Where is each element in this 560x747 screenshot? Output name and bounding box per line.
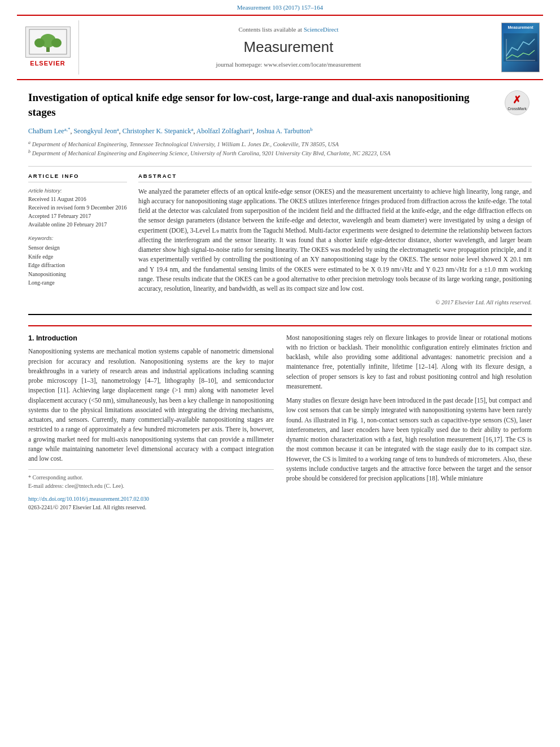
article-info-panel: ARTICLE INFO Article history: Received 1… — [28, 172, 127, 307]
body-para-2: Most nanopositioning stages rely on flex… — [286, 333, 532, 392]
body-col-2: Most nanopositioning stages rely on flex… — [286, 333, 532, 512]
body-section: 1. Introduction Nanopositioning systems … — [28, 325, 532, 512]
elsevier-logo-image — [25, 27, 71, 58]
corresponding-note: * Corresponding author. — [28, 473, 274, 482]
journal-homepage: journal homepage: www.elsevier.com/locat… — [85, 60, 492, 69]
doi-url[interactable]: http://dx.doi.org/10.1016/j.measurement.… — [28, 495, 274, 503]
history-item-3: Accepted 17 February 2017 — [28, 212, 127, 220]
affiliation-1: a Department of Mechanical Engineering, … — [28, 140, 532, 149]
body-para-3: Many studies on flexure design have been… — [286, 396, 532, 483]
affiliation-2: b Department of Mechanical Engineering a… — [28, 149, 532, 158]
thick-divider — [28, 314, 532, 315]
cover-title-text: Measurement — [508, 25, 533, 30]
history-item-1: Received 11 August 2016 — [28, 195, 127, 203]
copyright-line: © 2017 Elsevier Ltd. All rights reserved… — [138, 298, 532, 307]
science-direct-link[interactable]: ScienceDirect — [304, 26, 339, 33]
keyword-3: Edge diffraction — [28, 261, 127, 270]
keywords-label: Keywords: — [28, 234, 127, 242]
journal-header: ELSEVIER Contents lists available at Sci… — [17, 15, 543, 80]
paper-title: Investigation of optical knife edge sens… — [28, 90, 532, 119]
body-columns: 1. Introduction Nanopositioning systems … — [28, 333, 532, 512]
keyword-1: Sensor design — [28, 244, 127, 252]
science-direct-line: Contents lists available at ScienceDirec… — [85, 25, 492, 34]
abstract-heading: ABSTRACT — [138, 172, 532, 182]
author-5: Joshua A. Tarbutton — [256, 127, 310, 135]
abstract-text: We analyzed the parameter effects of an … — [138, 187, 532, 294]
page-wrapper: Measurement 103 (2017) 157–164 E — [0, 0, 560, 523]
svg-point-4 — [51, 38, 62, 47]
crossmark-label: CrossMark — [508, 107, 527, 111]
author-3: Christopher K. Stepanick — [123, 127, 191, 135]
history-item-4: Available online 20 February 2017 — [28, 221, 127, 229]
history-label: Article history: — [28, 187, 127, 195]
issn-line: 0263-2241/© 2017 Elsevier Ltd. All right… — [28, 503, 274, 512]
paper-content: Investigation of optical knife edge sens… — [0, 80, 560, 523]
body-col-1: 1. Introduction Nanopositioning systems … — [28, 333, 274, 512]
email-note: E-mail address: clee@tntech.edu (C. Lee)… — [28, 482, 274, 490]
crossmark-symbol: ✗ — [508, 94, 527, 107]
history-item-2: Received in revised form 9 December 2016 — [28, 204, 127, 212]
journal-ref-text: Measurement 103 (2017) 157–164 — [237, 4, 323, 11]
article-info-abstract: ARTICLE INFO Article history: Received 1… — [28, 172, 532, 307]
svg-point-3 — [34, 38, 45, 47]
journal-center: Contents lists available at ScienceDirec… — [79, 20, 498, 75]
elsevier-logo: ELSEVIER — [17, 20, 79, 75]
journal-cover-image: Measurement — [501, 23, 540, 72]
doi-section: http://dx.doi.org/10.1016/j.measurement.… — [28, 495, 274, 512]
body-para-1: Nanopositioning systems are mechanical m… — [28, 347, 274, 464]
journal-ref-bar: Measurement 103 (2017) 157–164 — [0, 0, 560, 15]
journal-title-display: Measurement — [85, 37, 492, 58]
author-2: Seongkyul Jeon — [73, 127, 116, 135]
keyword-4: Nanopositioning — [28, 270, 127, 279]
author-1: ChaBum Lee — [28, 127, 64, 135]
footnote-section: * Corresponding author. E-mail address: … — [28, 469, 274, 490]
keyword-5: Long-range — [28, 279, 127, 287]
crossmark-inner: ✗ CrossMark — [505, 90, 530, 115]
affiliations: a Department of Mechanical Engineering, … — [28, 140, 532, 158]
divider-1 — [28, 166, 532, 167]
author-4: Abolfazl Zolfaghari — [196, 127, 251, 135]
keywords-section: Keywords: Sensor design Knife edge Edge … — [28, 234, 127, 287]
journal-cover: Measurement — [498, 20, 543, 75]
keyword-2: Knife edge — [28, 253, 127, 261]
authors-line: ChaBum Leea,*, Seongkyul Jeona, Christop… — [28, 126, 532, 137]
crossmark-badge: ✗ CrossMark — [505, 90, 532, 117]
abstract-panel: ABSTRACT We analyzed the parameter effec… — [138, 172, 532, 307]
section1-heading: 1. Introduction — [28, 333, 274, 344]
article-info-heading: ARTICLE INFO — [28, 172, 127, 182]
elsevier-name: ELSEVIER — [30, 59, 65, 68]
